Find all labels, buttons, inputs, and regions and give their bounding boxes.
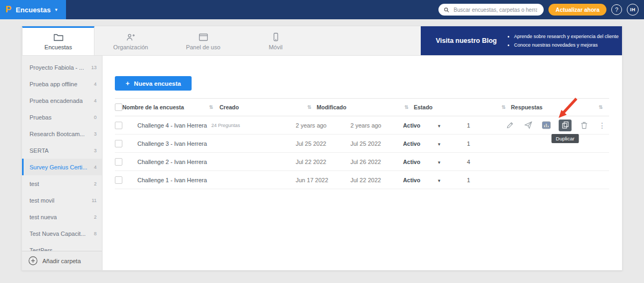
sort-icon[interactable]: ⇅ (501, 105, 506, 110)
modified-date: 2 years ago (350, 122, 403, 129)
delete-button[interactable] (578, 120, 590, 131)
status-dropdown-caret-icon[interactable]: ▾ (438, 160, 441, 165)
folder-item[interactable]: TestPers... (22, 242, 102, 251)
user-avatar[interactable]: IH (627, 4, 639, 16)
folder-list: Proyecto Fabiola - ...13 Prueba app offl… (22, 56, 102, 251)
folders-sidebar: Proyecto Fabiola - ...13 Prueba app offl… (22, 56, 103, 270)
modified-date: Jul 25 2022 (350, 140, 403, 147)
edit-button[interactable] (504, 120, 516, 131)
status-value: Activo (403, 122, 438, 129)
folder-item[interactable]: Proyecto Fabiola - ...13 (22, 59, 102, 76)
kebab-icon: ⋮ (598, 122, 606, 129)
status-dropdown-caret-icon[interactable]: ▾ (438, 178, 441, 183)
topbar: P Encuestas ▾ Actualizar ahora ? IH (0, 0, 644, 19)
add-folder-button[interactable]: Añadir carpeta (22, 251, 102, 270)
blog-banner[interactable]: Visita nuestro Blog Aprende sobre resear… (421, 26, 622, 55)
sort-icon[interactable]: ⇅ (404, 105, 408, 110)
folder-item[interactable]: test2 (22, 175, 102, 192)
folder-item[interactable]: Prueba app offline4 (22, 76, 102, 92)
folder-count: 13 (91, 65, 97, 70)
folder-item[interactable]: test nueva2 (22, 208, 102, 225)
created-date: 2 years ago (296, 122, 350, 129)
plus-icon: + (126, 79, 130, 87)
report-button[interactable] (540, 120, 552, 131)
row-checkbox[interactable] (115, 158, 122, 166)
sort-icon[interactable]: ⇅ (598, 105, 603, 110)
responses-count: 1 (457, 122, 470, 129)
duplicate-button[interactable] (559, 120, 572, 131)
table-row: Challenge 4 - Ivan Herrera 24 Preguntas … (115, 116, 609, 135)
new-survey-button[interactable]: + Nueva encuesta (115, 76, 192, 91)
blog-banner-title: Visita nuestro Blog (421, 37, 507, 44)
folder-count: 3 (94, 148, 97, 153)
add-circle-icon (28, 256, 38, 265)
header-responses: Respuestas (511, 104, 543, 110)
folder-item[interactable]: SERTA3 (22, 142, 102, 159)
status-dropdown-caret-icon[interactable]: ▾ (438, 142, 441, 147)
content-card: Encuestas Organización Panel de uso Móvi… (21, 26, 623, 271)
surveys-main: + Nueva encuesta Nombre de la encuesta ⇅… (103, 56, 622, 270)
copy-icon (561, 121, 569, 129)
folder-item[interactable]: Research Bootcam...3 (22, 125, 102, 142)
search-input[interactable] (452, 6, 538, 13)
folder-count: 2 (94, 181, 97, 187)
tab-label: Organización (113, 44, 148, 50)
send-button[interactable] (522, 120, 534, 131)
sort-icon[interactable]: ⇅ (209, 105, 213, 110)
add-folder-label: Añadir carpeta (42, 258, 81, 264)
modified-date: Jul 22 2022 (350, 177, 403, 183)
created-date: Jun 17 2022 (296, 177, 350, 183)
mobile-phone-icon (271, 33, 281, 41)
bar-chart-icon (542, 121, 551, 129)
status-dropdown-caret-icon[interactable]: ▾ (438, 123, 441, 129)
survey-name-link[interactable]: Challenge 2 - Ivan Herrera (137, 159, 207, 165)
tab-label: Encuestas (45, 44, 72, 50)
row-checkbox[interactable] (115, 140, 122, 147)
folder-item-selected[interactable]: Survey Genius Certi...4 (22, 159, 102, 175)
responses-count: 1 (457, 177, 470, 183)
duplicate-tooltip: Duplicar (552, 134, 579, 143)
folder-item[interactable]: Test Nueva Capacit...8 (22, 225, 102, 242)
tab-strip: Encuestas Organización Panel de uso Móvi… (21, 26, 623, 56)
tab-encuestas[interactable]: Encuestas (22, 26, 94, 55)
update-now-button[interactable]: Actualizar ahora (548, 4, 606, 16)
row-checkbox[interactable] (115, 176, 122, 184)
tab-panel-de-uso[interactable]: Panel de uso (167, 26, 239, 55)
table-row: Challenge 3 - Ivan Herrera Jul 25 2022 J… (115, 135, 609, 153)
folder-count: 11 (92, 198, 97, 203)
blog-bullet: Aprende sobre research y experiencia del… (514, 32, 619, 41)
global-search[interactable] (438, 4, 544, 16)
new-survey-label: Nueva encuesta (134, 80, 181, 87)
tab-organizacion[interactable]: Organización (94, 26, 167, 55)
paper-plane-icon (524, 121, 532, 129)
tab-movil[interactable]: Móvil (239, 26, 312, 55)
created-date: Jul 25 2022 (296, 140, 350, 147)
folder-item[interactable]: Pruebas0 (22, 109, 102, 125)
usage-panel-icon (199, 33, 208, 41)
folder-count: 3 (94, 131, 97, 137)
table-row: Challenge 1 - Ivan Herrera Jun 17 2022 J… (115, 171, 609, 189)
select-all-checkbox[interactable] (115, 103, 122, 111)
header-name: Nombre de la encuesta (122, 104, 184, 110)
sort-icon[interactable]: ⇅ (307, 105, 311, 110)
more-options-button[interactable]: ⋮ (596, 120, 608, 131)
row-checkbox[interactable] (115, 122, 122, 129)
folder-item[interactable]: Prueba encadenada4 (22, 92, 102, 109)
folder-count: 8 (94, 231, 97, 236)
survey-name-link[interactable]: Challenge 1 - Ivan Herrera (137, 177, 207, 183)
responses-count: 4 (457, 159, 470, 165)
status-value: Activo (403, 140, 438, 147)
help-button[interactable]: ? (611, 4, 622, 15)
app-switcher[interactable]: P Encuestas ▾ (0, 0, 66, 19)
blog-banner-bullets: Aprende sobre research y experiencia del… (507, 32, 619, 49)
survey-question-count: 24 Preguntas (211, 123, 240, 128)
header-created: Creado (219, 104, 239, 110)
folder-item[interactable]: test movil11 (22, 192, 102, 208)
survey-name-link[interactable]: Challenge 4 - Ivan Herrera (137, 122, 207, 129)
folder-count: 4 (94, 81, 97, 87)
modified-date: Jul 26 2022 (350, 159, 403, 165)
header-modified: Modificado (317, 104, 346, 110)
survey-name-link[interactable]: Challenge 3 - Ivan Herrera (137, 140, 207, 147)
table-header-row: Nombre de la encuesta ⇅ Creado ⇅ Modific… (115, 98, 609, 116)
app-menu-label: Encuestas (16, 6, 50, 14)
